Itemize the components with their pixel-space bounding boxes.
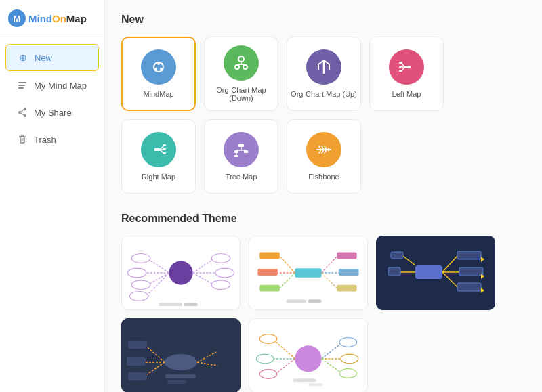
- main-content: New MindMap Org-Chart Map (Down): [105, 0, 542, 392]
- new-section-title: New: [121, 14, 526, 26]
- theme-card-4[interactable]: [121, 318, 241, 392]
- svg-rect-40: [163, 148, 166, 150]
- svg-rect-91: [308, 299, 322, 303]
- org-chart-down-icon: [224, 45, 259, 81]
- svg-rect-46: [234, 150, 238, 153]
- svg-point-14: [157, 62, 160, 65]
- theme-card-2[interactable]: [249, 236, 368, 310]
- trash-icon: [16, 133, 28, 146]
- svg-rect-49: [234, 155, 238, 157]
- sidebar-item-my-share[interactable]: My Share: [5, 100, 99, 125]
- svg-rect-112: [127, 357, 146, 366]
- map-card-left-map[interactable]: Left Map: [369, 37, 444, 111]
- svg-rect-33: [399, 66, 402, 68]
- svg-rect-75: [184, 303, 198, 306]
- svg-rect-101: [388, 267, 400, 276]
- svg-marker-57: [328, 148, 331, 152]
- left-map-label: Left Map: [392, 90, 421, 98]
- theme-grid: [121, 236, 526, 392]
- map-card-tree-map[interactable]: Tree Map: [204, 119, 278, 194]
- svg-line-22: [241, 64, 245, 65]
- map-card-org-down[interactable]: Org-Chart Map (Down): [204, 37, 278, 111]
- svg-rect-42: [238, 144, 244, 147]
- svg-point-5: [24, 114, 26, 117]
- svg-rect-110: [128, 341, 147, 349]
- sidebar-item-new[interactable]: ⊕ New: [5, 44, 99, 71]
- theme-card-1[interactable]: [121, 236, 241, 310]
- org-chart-down-label: Org-Chart Map (Down): [205, 86, 278, 102]
- logo-text: MindOnMap: [28, 13, 87, 24]
- svg-rect-0: [18, 82, 26, 83]
- svg-rect-35: [154, 148, 160, 151]
- org-chart-up-label: Org-Chart Map (Up): [291, 90, 357, 98]
- sidebar: M MindOnMap ⊕ New My Mind Map My Share T: [0, 0, 105, 392]
- fishbone-icon: [306, 132, 341, 167]
- svg-rect-83: [259, 285, 279, 292]
- logo-icon: M: [8, 9, 26, 27]
- new-icon: ⊕: [17, 51, 29, 64]
- svg-rect-8: [20, 137, 24, 143]
- logo: M MindOnMap: [0, 0, 104, 37]
- svg-point-18: [235, 65, 239, 69]
- mind-map-icon: [16, 79, 28, 91]
- recommended-title: Recommended Theme: [121, 213, 526, 225]
- svg-point-59: [169, 261, 192, 284]
- svg-rect-77: [295, 268, 321, 278]
- svg-rect-118: [167, 380, 186, 384]
- map-card-right-map[interactable]: Right Map: [121, 119, 196, 194]
- sidebar-item-trash[interactable]: Trash: [5, 127, 99, 152]
- svg-line-6: [21, 110, 24, 112]
- svg-rect-134: [308, 383, 323, 386]
- svg-line-7: [21, 113, 24, 115]
- left-map-icon: [389, 49, 424, 85]
- map-card-mindmap[interactable]: MindMap: [121, 37, 196, 111]
- svg-rect-90: [287, 299, 306, 303]
- svg-rect-85: [337, 253, 356, 259]
- svg-point-3: [24, 108, 26, 110]
- map-card-fishbone[interactable]: Fishbone: [287, 119, 361, 194]
- map-card-org-up[interactable]: Org-Chart Map (Up): [287, 37, 361, 111]
- svg-line-21: [237, 64, 241, 65]
- svg-rect-74: [159, 303, 182, 306]
- svg-point-16: [160, 68, 163, 70]
- svg-rect-34: [399, 70, 402, 72]
- svg-rect-95: [457, 251, 481, 259]
- svg-point-17: [238, 56, 244, 62]
- svg-rect-47: [244, 150, 248, 153]
- svg-rect-99: [457, 283, 481, 291]
- mindmap-label: MindMap: [143, 90, 173, 98]
- svg-rect-2: [18, 87, 24, 89]
- svg-point-120: [295, 345, 321, 372]
- svg-rect-79: [259, 253, 279, 259]
- tree-map-icon: [224, 132, 259, 167]
- svg-point-15: [154, 68, 157, 70]
- theme-card-3[interactable]: [376, 236, 495, 310]
- svg-rect-89: [337, 285, 356, 292]
- sidebar-item-my-share-label: My Share: [34, 108, 72, 118]
- mindmap-icon: [141, 49, 176, 85]
- svg-rect-28: [405, 66, 411, 68]
- theme-card-5[interactable]: [249, 318, 368, 392]
- svg-rect-87: [339, 269, 358, 276]
- right-map-icon: [141, 132, 176, 167]
- sidebar-item-trash-label: Trash: [34, 135, 56, 145]
- svg-rect-117: [165, 374, 196, 378]
- tree-map-label: Tree Map: [226, 173, 257, 181]
- right-map-label: Right Map: [142, 173, 175, 181]
- svg-rect-103: [391, 252, 403, 259]
- svg-rect-133: [293, 378, 316, 382]
- svg-rect-81: [257, 269, 277, 276]
- svg-rect-93: [415, 265, 442, 279]
- svg-point-4: [18, 111, 21, 114]
- svg-rect-114: [128, 372, 147, 380]
- fishbone-label: Fishbone: [308, 173, 339, 181]
- svg-point-19: [243, 65, 247, 69]
- svg-rect-32: [399, 62, 402, 64]
- sidebar-item-new-label: New: [35, 53, 52, 63]
- sidebar-item-my-mind-map-label: My Mind Map: [34, 81, 87, 91]
- svg-rect-39: [163, 144, 166, 146]
- svg-rect-97: [459, 267, 483, 276]
- sidebar-item-my-mind-map[interactable]: My Mind Map: [5, 72, 99, 98]
- share-icon: [16, 106, 28, 118]
- svg-rect-1: [18, 85, 25, 86]
